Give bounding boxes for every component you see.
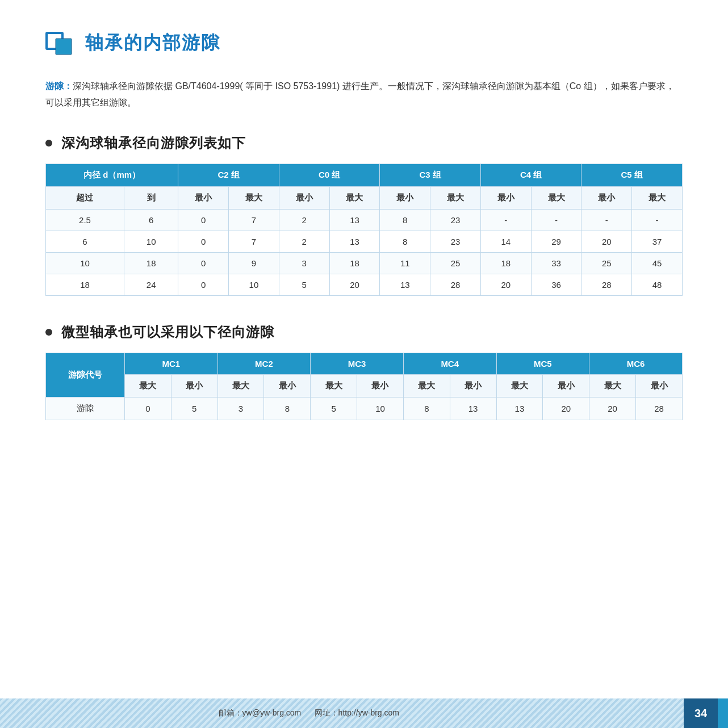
table1-cell-2-6: 11	[380, 252, 430, 274]
table1-cell-1-10: 20	[581, 231, 632, 252]
page-container: 轴承的内部游隙 游隙：深沟球轴承径向游隙依据 GB/T4604-1999( 等同…	[0, 0, 728, 728]
table1-cell-0-3: 7	[229, 209, 279, 231]
table2-cell-youxian: 游隙	[46, 397, 125, 420]
table1-header-row1: 内径 d（mm） C2 组 C0 组 C3 组 C4 组 C5 组	[46, 164, 683, 186]
table1-cell-2-9: 33	[531, 252, 581, 274]
th-c0-max: 最大	[329, 186, 380, 209]
table1-cell-0-2: 0	[178, 209, 229, 231]
section1-title: 深沟球轴承径向游隙列表如下	[61, 134, 246, 152]
th-neijing: 内径 d（mm）	[46, 164, 178, 186]
table2-value-cell-1: 5	[171, 397, 217, 420]
table1-header-row2: 超过 到 最小 最大 最小 最大 最小 最大 最小 最大 最小 最大	[46, 186, 683, 209]
table1-row-3: 1824010520132820362848	[46, 274, 683, 295]
section1-heading: 深沟球轴承径向游隙列表如下	[45, 134, 683, 152]
page-footer: 邮箱：yw@yw-brg.com 网址：http://yw-brg.com 34	[0, 698, 728, 728]
table1-row-2: 101809318112518332545	[46, 252, 683, 274]
th-mc5-max: 最大	[496, 374, 543, 397]
table1-cell-1-3: 7	[229, 231, 279, 252]
table1-cell-3-8: 20	[480, 274, 531, 295]
footer-wave: 邮箱：yw@yw-brg.com 网址：http://yw-brg.com	[0, 698, 684, 728]
table1-cell-3-7: 28	[430, 274, 481, 295]
th-mc1-min: 最小	[171, 374, 217, 397]
bullet-2	[45, 329, 52, 336]
table2: 游隙代号 MC1 MC2 MC3 MC4 MC5 MC6 最大 最小 最大 最小…	[45, 353, 683, 420]
table1-cell-1-1: 10	[124, 231, 178, 252]
table1-cell-0-9: -	[531, 209, 581, 231]
table1-cell-0-11: -	[632, 209, 683, 231]
table1-cell-0-4: 2	[279, 209, 329, 231]
th-mc2-min: 最小	[264, 374, 311, 397]
table1-cell-2-8: 18	[480, 252, 531, 274]
table1-cell-2-5: 18	[329, 252, 380, 274]
th-c4-min: 最小	[480, 186, 531, 209]
footer-email-label: 邮箱：	[219, 708, 242, 717]
table1-cell-3-3: 10	[229, 274, 279, 295]
intro-label: 游隙：	[45, 81, 73, 91]
table2-value-cell-6: 8	[403, 397, 450, 420]
table2-value-cell-3: 8	[264, 397, 311, 420]
th-youxian-daohao: 游隙代号	[46, 353, 125, 397]
table1-cell-0-7: 23	[430, 209, 481, 231]
th-mc6-max: 最大	[589, 374, 636, 397]
table1-cell-0-1: 6	[124, 209, 178, 231]
th-c4: C4 组	[480, 164, 581, 186]
table2-value-cell-8: 13	[496, 397, 543, 420]
table1-cell-2-2: 0	[178, 252, 229, 274]
table2-value-cell-10: 20	[589, 397, 636, 420]
table1-cell-1-5: 13	[329, 231, 380, 252]
table1-cell-3-1: 24	[124, 274, 178, 295]
section2-title: 微型轴承也可以采用以下径向游隙	[61, 323, 274, 341]
th-guoguo: 超过	[46, 186, 124, 209]
th-mc4: MC4	[403, 353, 496, 374]
table1-body: 2.5607213823----610072138231429203710180…	[46, 209, 683, 295]
th-mc3: MC3	[311, 353, 404, 374]
table1-cell-3-6: 13	[380, 274, 430, 295]
th-dao: 到	[124, 186, 178, 209]
table1-cell-3-5: 20	[329, 274, 380, 295]
table1-cell-1-2: 0	[178, 231, 229, 252]
table1-cell-3-2: 0	[178, 274, 229, 295]
table1-cell-1-8: 14	[480, 231, 531, 252]
table1-cell-2-7: 25	[430, 252, 481, 274]
table1-cell-2-1: 18	[124, 252, 178, 274]
th-c5-min: 最小	[581, 186, 632, 209]
table2-value-cell-5: 10	[357, 397, 404, 420]
table1-cell-2-3: 9	[229, 252, 279, 274]
th-mc2-max: 最大	[217, 374, 264, 397]
th-c2-min: 最小	[178, 186, 229, 209]
table2-header-row2: 最大 最小 最大 最小 最大 最小 最大 最小 最大 最小 最大 最小	[46, 374, 683, 397]
table1-row-1: 6100721382314292037	[46, 231, 683, 252]
th-c3-min: 最小	[380, 186, 430, 209]
table2-value-cell-0: 0	[124, 397, 171, 420]
th-mc1-max: 最大	[124, 374, 171, 397]
th-c0: C0 组	[279, 164, 380, 186]
th-mc4-min: 最小	[450, 374, 496, 397]
table2-value-cell-7: 13	[450, 397, 496, 420]
table1-cell-1-6: 8	[380, 231, 430, 252]
table1-cell-0-8: -	[480, 209, 531, 231]
table2-body: 游隙053851081313202028	[46, 397, 683, 420]
footer-email: 邮箱：yw@yw-brg.com 网址：http://yw-brg.com	[219, 708, 399, 718]
footer-website-value: http://yw-brg.com	[338, 708, 399, 717]
table1-cell-1-0: 6	[46, 231, 124, 252]
th-mc6: MC6	[589, 353, 683, 374]
intro-paragraph: 游隙：深沟球轴承径向游隙依据 GB/T4604-1999( 等同于 ISO 57…	[45, 78, 683, 111]
footer-website-label: 网址：	[315, 708, 338, 717]
bearing-icon	[45, 28, 75, 58]
table1-cell-0-5: 13	[329, 209, 380, 231]
th-c4-max: 最大	[531, 186, 581, 209]
table1-cell-2-11: 45	[632, 252, 683, 274]
table1-cell-3-0: 18	[46, 274, 124, 295]
footer-accent	[718, 698, 728, 728]
bullet-1	[45, 140, 52, 147]
th-c2-max: 最大	[229, 186, 279, 209]
table2-value-cell-4: 5	[311, 397, 357, 420]
table1-cell-1-9: 29	[531, 231, 581, 252]
table2-value-cell-2: 3	[217, 397, 264, 420]
footer-page-number: 34	[684, 698, 718, 728]
th-c5-max: 最大	[632, 186, 683, 209]
table1-cell-3-9: 36	[531, 274, 581, 295]
svg-rect-1	[56, 39, 72, 55]
table2-header-row1: 游隙代号 MC1 MC2 MC3 MC4 MC5 MC6	[46, 353, 683, 374]
intro-text: 深沟球轴承径向游隙依据 GB/T4604-1999( 等同于 ISO 5753-…	[45, 81, 675, 107]
